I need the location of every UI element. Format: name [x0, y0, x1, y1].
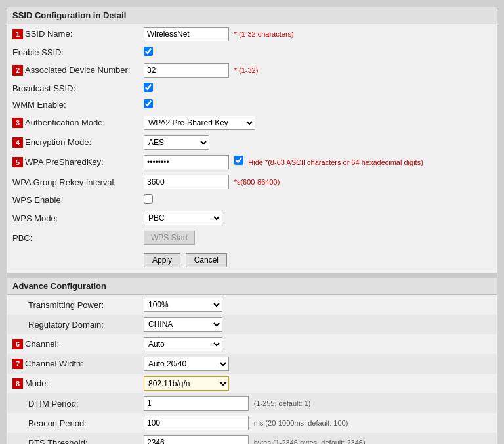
wpa-key-input[interactable] [144, 155, 229, 169]
section-divider [7, 273, 497, 278]
adv-section-header: Advance Configuration [7, 278, 497, 295]
row-num-3: 3 [12, 118, 23, 128]
wpa-key-cell: Hide *(8-63 ASCII characters or 64 hexad… [138, 152, 497, 172]
table-row: PBC: WPS Start [7, 228, 497, 248]
channel-width-select[interactable]: Auto 20/40 [144, 357, 229, 371]
mode-select[interactable]: 802.11b/g/n [144, 376, 229, 391]
tx-power-select[interactable]: 100% [144, 298, 222, 312]
row-num-5: 5 [12, 157, 23, 167]
table-row: 3Authentication Mode: WPA2 Pre-Shared Ke… [7, 113, 497, 133]
tx-power-cell: 100% [138, 295, 497, 315]
table-row: Enable SSID: [7, 44, 497, 60]
table-row: Broadcast SSID: [7, 80, 497, 97]
beacon-label: Beacon Period: [7, 413, 138, 433]
row-num-4: 4 [12, 137, 23, 148]
enable-ssid-label: Enable SSID: [7, 44, 138, 60]
enc-mode-select[interactable]: AES [144, 135, 209, 150]
broadcast-ssid-label: Broadcast SSID: [7, 80, 138, 97]
channel-select[interactable]: Auto [144, 337, 222, 351]
table-row: Apply Cancel [7, 248, 497, 273]
wps-enable-label: WPS Enable: [7, 192, 138, 208]
pbc-label: PBC: [7, 228, 138, 248]
wps-mode-select[interactable]: PBC [144, 211, 222, 225]
reg-domain-select[interactable]: CHINA [144, 317, 222, 332]
row-num-1: 1 [12, 29, 23, 39]
ssid-table: 1SSID Name: * (1-32 characters) Enable S… [7, 24, 497, 273]
beacon-input[interactable] [144, 416, 249, 430]
rts-hint: bytes (1-2346 bytes, default: 2346) [254, 439, 366, 444]
table-row: 4Encryption Mode: AES [7, 133, 497, 152]
pbc-cell: WPS Start [138, 228, 497, 248]
channel-width-label: 7Channel Width: [7, 354, 138, 374]
auth-mode-cell: WPA2 Pre-Shared Key [138, 113, 497, 133]
assoc-device-input[interactable] [144, 63, 229, 78]
auth-mode-select[interactable]: WPA2 Pre-Shared Key [144, 116, 255, 130]
hide-password-checkbox[interactable] [234, 156, 243, 165]
channel-label: 6Channel: [7, 334, 138, 354]
enc-mode-cell: AES [138, 133, 497, 152]
row-num-8: 8 [12, 378, 23, 389]
ssid-action-cell: Apply Cancel [138, 248, 497, 273]
rts-cell: bytes (1-2346 bytes, default: 2346) [138, 433, 497, 444]
tx-power-label: Transmitting Power: [7, 295, 138, 315]
enc-mode-label: 4Encryption Mode: [7, 133, 138, 152]
wps-enable-cell [138, 192, 497, 208]
table-row: 7Channel Width: Auto 20/40 [7, 354, 497, 374]
broadcast-ssid-cell [138, 80, 497, 97]
table-row: DTIM Period: (1-255, default: 1) [7, 393, 497, 413]
ssid-name-cell: * (1-32 characters) [138, 24, 497, 44]
enable-ssid-cell [138, 44, 497, 60]
row-num-7: 7 [12, 359, 23, 369]
rekey-interval-input[interactable] [144, 175, 229, 189]
wps-start-button[interactable]: WPS Start [144, 231, 195, 245]
reg-domain-cell: CHINA [138, 315, 497, 334]
wpa-key-label: 5WPA PreSharedKey: [7, 152, 138, 172]
wps-enable-checkbox[interactable] [144, 194, 153, 204]
table-row: Regulatory Domain: CHINA [7, 315, 497, 334]
channel-width-cell: Auto 20/40 [138, 354, 497, 374]
beacon-cell: ms (20-1000ms, default: 100) [138, 413, 497, 433]
wmm-enable-cell [138, 97, 497, 113]
table-row: Transmitting Power: 100% [7, 295, 497, 315]
dtim-cell: (1-255, default: 1) [138, 393, 497, 413]
row-num-2: 2 [12, 65, 23, 76]
table-row: WPS Mode: PBC [7, 208, 497, 228]
assoc-device-label: 2Associated Device Number: [7, 60, 138, 80]
dtim-label: DTIM Period: [7, 393, 138, 413]
ssid-section-header: SSID Configuration in Detail [7, 7, 497, 24]
adv-table: Transmitting Power: 100% Regulatory Doma… [7, 295, 497, 444]
table-row: 8Mode: 802.11b/g/n [7, 374, 497, 393]
ssid-name-label: 1SSID Name: [7, 24, 138, 44]
ssid-section-title: SSID Configuration in Detail [12, 11, 126, 20]
mode-cell: 802.11b/g/n [138, 374, 497, 393]
ssid-apply-button[interactable]: Apply [144, 253, 180, 267]
dtim-hint: (1-255, default: 1) [254, 399, 311, 407]
table-row: WPS Enable: [7, 192, 497, 208]
rts-input[interactable] [144, 435, 249, 444]
ssid-cancel-button[interactable]: Cancel [186, 253, 227, 267]
table-row: 2Associated Device Number: * (1-32) [7, 60, 497, 80]
table-row: WMM Enable: [7, 97, 497, 113]
wmm-enable-label: WMM Enable: [7, 97, 138, 113]
channel-cell: Auto [138, 334, 497, 354]
table-row: RTS Threshold: bytes (1-2346 bytes, defa… [7, 433, 497, 444]
ssid-name-hint: * (1-32 characters) [234, 30, 294, 38]
reg-domain-label: Regulatory Domain: [7, 315, 138, 334]
adv-section-title: Advance Configuration [12, 281, 106, 291]
wps-mode-label: WPS Mode: [7, 208, 138, 228]
row-num-6: 6 [12, 339, 23, 349]
table-row: 6Channel: Auto [7, 334, 497, 354]
assoc-device-cell: * (1-32) [138, 60, 497, 80]
beacon-hint: ms (20-1000ms, default: 100) [254, 419, 348, 427]
dtim-input[interactable] [144, 396, 249, 411]
page-wrapper: SSID Configuration in Detail 1SSID Name:… [7, 7, 497, 444]
rekey-interval-label: WPA Group Rekey Interval: [7, 172, 138, 192]
enable-ssid-checkbox[interactable] [144, 47, 153, 56]
rekey-interval-hint: *s(600-86400) [234, 178, 280, 186]
broadcast-ssid-checkbox[interactable] [144, 83, 153, 92]
table-row: WPA Group Rekey Interval: *s(600-86400) [7, 172, 497, 192]
wps-mode-cell: PBC [138, 208, 497, 228]
rekey-interval-cell: *s(600-86400) [138, 172, 497, 192]
ssid-name-input[interactable] [144, 27, 229, 41]
wmm-enable-checkbox[interactable] [144, 99, 153, 108]
